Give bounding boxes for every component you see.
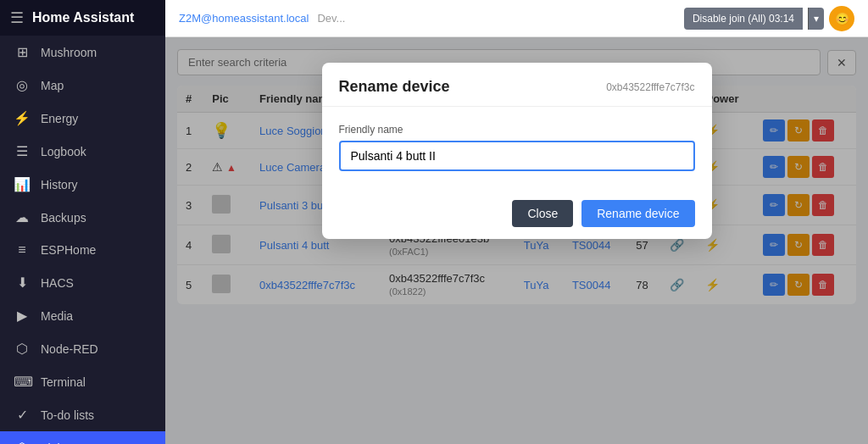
modal-body: Friendly name	[322, 107, 712, 188]
hacs-icon: ⬇	[14, 275, 31, 291]
topbar: Z2M@homeassistant.local Dev... Disable j…	[165, 0, 868, 37]
sidebar-item-map[interactable]: ◎ Map	[0, 69, 165, 102]
sidebar-item-label: Zigbee2MQTT	[41, 441, 117, 445]
modal-label: Friendly name	[339, 124, 695, 136]
topbar-actions: Disable join (All) 03:14 ▾ 😊	[684, 6, 854, 31]
sidebar-item-history[interactable]: 📊 History	[0, 168, 165, 201]
mushroom-icon: ⊞	[14, 44, 31, 60]
sidebar-item-hacs[interactable]: ⬇ HACS	[0, 266, 165, 299]
sidebar-item-label: Mushroom	[41, 46, 97, 59]
sidebar-item-esphome[interactable]: ≡ ESPHome	[0, 234, 165, 266]
sidebar-item-energy[interactable]: ⚡ Energy	[0, 102, 165, 135]
sidebar-item-logbook[interactable]: ☰ Logbook	[0, 135, 165, 168]
sidebar-item-todo[interactable]: ✓ To-do lists	[0, 398, 165, 431]
sidebar-item-label: HACS	[41, 276, 74, 290]
history-icon: 📊	[14, 176, 31, 192]
node-red-icon: ⬡	[14, 341, 31, 357]
close-modal-button[interactable]: Close	[512, 200, 573, 227]
modal-footer: Close Rename device	[322, 188, 712, 239]
sidebar-item-label: Terminal	[41, 375, 86, 389]
modal-device-id: 0xb43522fffe7c7f3c	[606, 81, 694, 93]
modal-header: Rename device 0xb43522fffe7c7f3c	[322, 63, 712, 107]
rename-device-button[interactable]: Rename device	[581, 200, 694, 227]
logbook-icon: ☰	[14, 143, 31, 159]
energy-icon: ⚡	[14, 110, 31, 126]
sidebar-item-media[interactable]: ▶ Media	[0, 299, 165, 332]
sidebar-item-label: To-do lists	[41, 408, 94, 422]
sidebar-item-label: Backups	[41, 211, 86, 225]
sidebar-item-label: Energy	[41, 112, 78, 125]
breadcrumb-link[interactable]: Z2M@homeassistant.local	[179, 12, 309, 25]
sidebar-item-zigbee2mqtt[interactable]: ⬡ Zigbee2MQTT	[0, 431, 165, 444]
sidebar-item-node-red[interactable]: ⬡ Node-RED	[0, 332, 165, 365]
sidebar-item-label: History	[41, 178, 78, 191]
todo-icon: ✓	[14, 407, 31, 423]
sidebar-item-label: Logbook	[41, 145, 86, 158]
hamburger-icon[interactable]: ☰	[10, 8, 24, 27]
sidebar-item-label: Node-RED	[41, 342, 98, 356]
sidebar-item-mushroom[interactable]: ⊞ Mushroom	[0, 36, 165, 69]
sidebar: ☰ Home Assistant ⊞ Mushroom ◎ Map ⚡ Ener…	[0, 0, 165, 444]
sidebar-item-label: ESPHome	[41, 243, 96, 257]
friendly-name-input[interactable]	[339, 141, 695, 171]
sidebar-item-label: Map	[41, 79, 64, 92]
sidebar-item-label: Media	[41, 309, 73, 323]
sidebar-header: ☰ Home Assistant	[0, 0, 165, 36]
esphome-icon: ≡	[14, 242, 31, 258]
disable-join-button[interactable]: Disable join (All) 03:14	[684, 8, 803, 30]
sidebar-item-backups[interactable]: ☁ Backups	[0, 201, 165, 234]
terminal-icon: ⌨	[14, 374, 31, 390]
content-area: ✕ # Pic Friendly name Power	[165, 37, 868, 444]
zigbee2mqtt-icon: ⬡	[14, 440, 31, 444]
modal-overlay: Rename device 0xb43522fffe7c7f3c Friendl…	[165, 37, 868, 444]
avatar-button[interactable]: 😊	[829, 6, 854, 31]
main-content: Z2M@homeassistant.local Dev... Disable j…	[165, 0, 868, 444]
app-title: Home Assistant	[32, 10, 134, 25]
sidebar-item-terminal[interactable]: ⌨ Terminal	[0, 365, 165, 398]
backups-icon: ☁	[14, 209, 31, 225]
modal-title: Rename device	[339, 78, 450, 96]
rename-modal: Rename device 0xb43522fffe7c7f3c Friendl…	[322, 63, 712, 239]
map-icon: ◎	[14, 77, 31, 93]
media-icon: ▶	[14, 308, 31, 324]
breadcrumb-sep: Dev...	[317, 12, 345, 25]
disable-join-dropdown[interactable]: ▾	[808, 8, 824, 30]
